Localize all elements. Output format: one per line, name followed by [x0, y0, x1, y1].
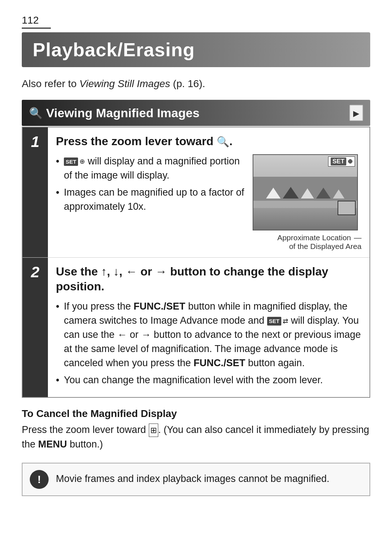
step-2-number: 2: [23, 258, 48, 397]
note-icon: !: [30, 470, 49, 489]
note-box: ! Movie frames and index playback images…: [22, 463, 370, 496]
section-title: 🔍 Viewing Magnified Images: [29, 106, 200, 120]
playback-mode-icon: ▶: [353, 109, 359, 118]
step-2-title: Use the ↑, ↓, ← or → button to change th…: [56, 264, 362, 294]
step-2: 2 Use the ↑, ↓, ← or → button to change …: [23, 258, 369, 397]
note-text: Movie frames and index playback images c…: [56, 470, 329, 486]
cancel-title: To Cancel the Magnified Display: [22, 408, 370, 420]
step-1-bullet-1: SET⊕ will display and a magnified portio…: [56, 154, 245, 183]
playback-icon-box: ▶: [350, 105, 363, 121]
grid-icon: ⊞: [149, 424, 158, 437]
camera-image-area: SET ⊕ Approximate Location — of the Disp…: [253, 154, 362, 251]
set-badge: SET ⊕: [328, 156, 355, 167]
magnify-icon: 🔍: [29, 107, 42, 119]
step-1-title: Press the zoom lever toward 🔍.: [56, 134, 362, 149]
step-1-content: Press the zoom lever toward 🔍. SET⊕ will…: [48, 127, 369, 257]
step-2-bullet-2: You can change the magnification level w…: [56, 373, 362, 387]
steps-container: 1 Press the zoom lever toward 🔍. SET⊕ wi…: [22, 127, 370, 398]
cancel-section: To Cancel the Magnified Display Press th…: [22, 408, 370, 455]
intro-paragraph: Also refer to Viewing Still Images (p. 1…: [22, 78, 370, 90]
step-1: 1 Press the zoom lever toward 🔍. SET⊕ wi…: [23, 127, 369, 258]
section-header: 🔍 Viewing Magnified Images ▶: [22, 100, 370, 126]
cancel-text: Press the zoom lever toward ⊞. (You can …: [22, 422, 370, 452]
camera-screen: SET ⊕: [253, 154, 358, 230]
step-2-bullet-1: If you press the FUNC./SET button while …: [56, 299, 362, 371]
step-1-bullets: SET⊕ will display and a magnified portio…: [56, 154, 245, 217]
step-2-bullets: If you press the FUNC./SET button while …: [56, 299, 362, 388]
chapter-title: Playback/Erasing: [33, 39, 195, 60]
page-number: 112: [22, 15, 51, 29]
step-2-content: Use the ↑, ↓, ← or → button to change th…: [48, 258, 369, 397]
chapter-header: Playback/Erasing: [22, 32, 370, 67]
image-caption: Approximate Location — of the Displayed …: [253, 233, 362, 251]
step-1-bullet-2: Images can be magnified up to a factor o…: [56, 185, 245, 214]
step-1-number: 1: [23, 127, 48, 257]
mini-thumbnail: [338, 201, 356, 215]
